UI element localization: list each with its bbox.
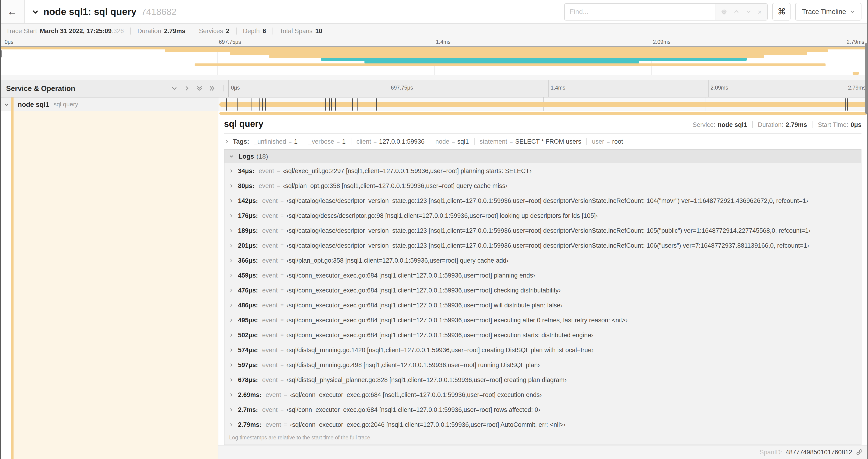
tag-key: _verbose [308, 138, 334, 145]
equals-sign: = [373, 138, 377, 145]
log-expand-icon[interactable] [229, 228, 233, 233]
view-selector-button[interactable]: Trace Timeline [796, 3, 862, 21]
log-expand-icon[interactable] [229, 407, 233, 412]
log-entry-row[interactable]: 495μs: event = ‹sql/conn_executor_exec.g… [224, 313, 861, 327]
chevron-down-icon[interactable] [32, 8, 39, 15]
trace-stats-bar: Trace Start March 31 2022, 17:25:09.326 … [0, 24, 868, 38]
chevron-down-icon[interactable] [4, 102, 9, 107]
expand-all-icon[interactable] [209, 85, 215, 91]
log-key: event [262, 257, 278, 264]
log-expand-icon[interactable] [229, 288, 233, 292]
span-detail-gutter [0, 111, 218, 459]
log-entry-row[interactable]: 678μs: event = ‹sql/distsql_physical_pla… [224, 372, 861, 387]
log-value: ‹sql/plan_opt.go:358 [nsql1,client=127.0… [283, 182, 507, 189]
equals-sign: = [607, 138, 610, 145]
log-entry-row[interactable]: 80μs: event = ‹sql/plan_opt.go:358 [nsql… [224, 178, 861, 193]
log-key: event [259, 167, 274, 174]
log-value: ‹sql/catalog/descs/descriptor.go:98 [nsq… [286, 212, 598, 219]
log-entry-row[interactable]: 476μs: event = ‹sql/conn_executor_exec.g… [224, 283, 861, 298]
tag-key: node [435, 138, 450, 145]
minimap-canvas[interactable] [0, 46, 868, 75]
log-entry-row[interactable]: 201μs: event = ‹sql/catalog/lease/descri… [224, 238, 861, 253]
log-value: ‹sql/conn_executor_exec.go:684 [nsql1,cl… [286, 302, 563, 308]
column-resize-grip[interactable] [222, 85, 224, 91]
log-entry-row[interactable]: 597μs: event = ‹sql/distsql_running.go:4… [224, 357, 861, 372]
log-entry-row[interactable]: 502μs: event = ‹sql/conn_executor_exec.g… [224, 327, 861, 342]
axis-tick-label: 697.75μs [219, 39, 241, 45]
tag-item: client = 127.0.0.1:59936 [351, 138, 425, 145]
focus-match-icon[interactable] [721, 9, 727, 15]
log-expand-icon[interactable] [229, 198, 233, 203]
log-expand-icon[interactable] [229, 422, 233, 427]
log-entry-row[interactable]: 2.69ms: event = ‹sql/conn_executor_exec.… [224, 387, 861, 402]
find-input[interactable] [564, 3, 715, 20]
deep-link-icon[interactable] [856, 449, 862, 455]
logs-list: 34μs: event = ‹sql/exec_util.go:2297 [ns… [224, 163, 861, 445]
log-expand-icon[interactable] [229, 184, 233, 188]
span-detail-header: sql query Service: node sql1 Duration: 2… [224, 119, 862, 134]
log-expand-icon[interactable] [229, 243, 233, 248]
axis-tick-label: 0μs [231, 85, 240, 91]
tag-value: root [612, 138, 623, 145]
log-key: event [262, 212, 278, 219]
next-match-icon[interactable] [745, 9, 751, 14]
log-entry-row[interactable]: 2.79ms: event = ‹sql/conn_executor_exec.… [224, 417, 861, 432]
log-entry-row[interactable]: 574μs: event = ‹sql/distsql_running.go:1… [224, 342, 861, 357]
timeline-ruler: 0μs 697.75μs 1.4ms 2.09ms 2.79ms [229, 80, 868, 97]
clear-find-icon[interactable]: × [757, 8, 762, 15]
log-value: ‹sql/catalog/lease/descriptor_version_st… [286, 197, 808, 204]
prev-match-icon[interactable] [733, 9, 739, 14]
log-entry-row[interactable]: 366μs: event = ‹sql/plan_opt.go:358 [nsq… [224, 253, 861, 268]
log-key: event [262, 361, 278, 368]
log-expand-icon[interactable] [229, 348, 233, 352]
logs-toggle[interactable]: Logs (18) [224, 150, 861, 163]
log-entry-row[interactable]: 459μs: event = ‹sql/conn_executor_exec.g… [224, 268, 861, 283]
log-expand-icon[interactable] [229, 303, 233, 307]
log-entry-row[interactable]: 2.7ms: event = ‹sql/conn_executor_exec.g… [224, 402, 861, 417]
log-entry-row[interactable]: 142μs: event = ‹sql/catalog/lease/descri… [224, 193, 861, 208]
log-value: ‹sql/conn_executor_exec.go:684 [nsql1,cl… [286, 317, 628, 324]
log-expand-icon[interactable] [229, 169, 233, 173]
log-key: event [262, 376, 278, 383]
span-id-label: SpanID: [760, 449, 782, 456]
expand-one-icon[interactable] [184, 85, 190, 91]
back-button[interactable]: ← [0, 0, 25, 23]
log-value: ‹sql/conn_executor_exec.go:2046 [nsql1,c… [290, 421, 566, 428]
equals-sign: = [280, 212, 284, 219]
log-expand-icon[interactable] [229, 333, 233, 337]
span-id-row: SpanID: 4877749850101760812 [218, 445, 868, 459]
log-value: ‹sql/plan_opt.go:358 [nsql1,client=127.0… [286, 257, 509, 264]
log-entry-row[interactable]: 486μs: event = ‹sql/conn_executor_exec.g… [224, 298, 861, 313]
collapse-all-icon[interactable] [196, 85, 203, 91]
trace-title-group: node sql1: sql query 7418682 [32, 6, 177, 17]
trace-stat: Duration 2.79ms [130, 27, 186, 34]
equals-sign: = [280, 257, 284, 264]
span-row-name-cell[interactable]: node sql1 sql query [0, 97, 218, 111]
log-expand-icon[interactable] [229, 378, 233, 382]
gridline [708, 80, 709, 97]
log-entry-row[interactable]: 176μs: event = ‹sql/catalog/descs/descri… [224, 208, 861, 223]
span-operation-title: sql query [224, 119, 264, 129]
log-expand-icon[interactable] [229, 258, 233, 262]
log-expand-icon[interactable] [229, 214, 233, 218]
span-tint-background [13, 111, 218, 459]
log-entry-row[interactable]: 189μs: event = ‹sql/catalog/lease/descri… [224, 223, 861, 238]
log-expand-icon[interactable] [229, 363, 233, 367]
tag-key: user [592, 138, 604, 145]
equals-sign: = [288, 138, 292, 145]
log-key: event [266, 391, 281, 398]
log-expand-icon[interactable] [229, 393, 233, 397]
log-entry-row[interactable]: 34μs: event = ‹sql/exec_util.go:2297 [ns… [224, 163, 861, 178]
log-key: event [262, 242, 278, 249]
span-overview: Service: node sql1 Duration: 2.79ms Star… [692, 121, 862, 128]
log-expand-icon[interactable] [229, 318, 233, 322]
trace-stat: Total Spans 10 [273, 27, 322, 34]
log-expand-icon[interactable] [229, 273, 233, 277]
collapse-one-icon[interactable] [171, 85, 177, 91]
keyboard-shortcuts-button[interactable]: ⌘ [773, 3, 791, 21]
equals-sign: = [277, 183, 280, 189]
detail-span-bar[interactable] [219, 112, 867, 115]
scrollbar-thumb[interactable] [865, 43, 868, 114]
overview-item: Start Time: 0μs [812, 121, 862, 128]
tags-toggle[interactable]: Tags: _unfinished = 1 _verbose = 1 [224, 134, 862, 149]
